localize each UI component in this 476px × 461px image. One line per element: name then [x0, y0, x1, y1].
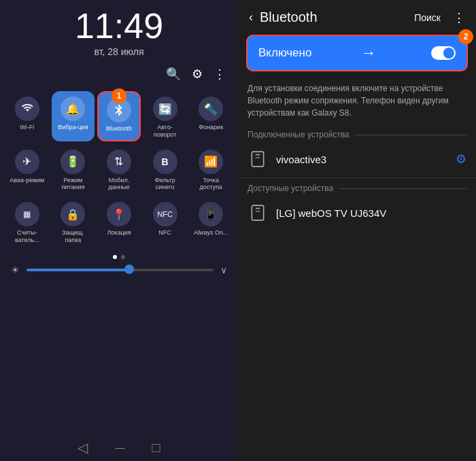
available-section-label: Доступные устройства: [248, 184, 333, 193]
brightness-control[interactable]: ☀ ∨: [0, 262, 238, 278]
bluefilter-tile-icon: B: [153, 150, 177, 174]
tile-battery[interactable]: 🔋 Режим питания: [52, 144, 95, 194]
tile-mobiledata[interactable]: ⇅ Мобил. данные: [97, 144, 141, 194]
quick-tiles-grid: Wi-Fi 🔔 Вибра-ция 1 Bluetooth 🔄 Авто-пов…: [0, 88, 238, 250]
toggle-label: Включено: [258, 46, 311, 60]
connected-section-header: Подключенные устройства: [238, 126, 476, 142]
nfc-tile-label: NFC: [158, 229, 171, 237]
brightness-track[interactable]: [27, 269, 214, 271]
tile-flashlight[interactable]: 🔦 Фонарик: [189, 91, 233, 141]
mobiledata-tile-icon: ⇅: [107, 150, 131, 174]
device-name-vivoactive: vivoactive3: [276, 154, 447, 165]
toggle-arrow-icon: →: [361, 44, 376, 62]
brightness-icon: ☀: [11, 264, 20, 275]
tile-airplane[interactable]: ✈ Авиа-режим: [5, 144, 49, 194]
top-icons-bar: 🔍 ⚙ ⋮: [0, 64, 238, 84]
tile-bluefilter[interactable]: B Фильтр синего: [143, 144, 187, 194]
qr-tile-icon: ▦: [15, 202, 39, 226]
hotspot-tile-label: Точка доступа: [192, 177, 230, 192]
bluetooth-title: Bluetooth: [260, 10, 407, 25]
nfc-tile-icon: NFC: [153, 202, 177, 226]
svg-rect-0: [252, 152, 263, 167]
tile-securefolder[interactable]: 🔒 Защищ. папка: [52, 197, 95, 247]
more-icon[interactable]: ⋮: [214, 67, 226, 82]
hotspot-tile-icon: 📶: [199, 150, 223, 174]
flashlight-tile-icon: 🔦: [199, 97, 223, 121]
back-nav-button[interactable]: ◁: [78, 439, 88, 456]
available-section-line: [339, 188, 466, 189]
tile-hotspot[interactable]: 📶 Точка доступа: [189, 144, 233, 194]
securefolder-tile-icon: 🔒: [61, 202, 85, 226]
device-icon-lgtv: [248, 203, 268, 223]
bluetooth-description: Для установки соединения включите на уст…: [238, 77, 476, 126]
badge-1: 1: [112, 88, 126, 103]
more-options-button[interactable]: ⋮: [453, 10, 465, 25]
home-nav-button[interactable]: —: [115, 442, 124, 453]
tile-vibration[interactable]: 🔔 Вибра-ция: [52, 91, 95, 141]
badge-2: 2: [458, 29, 473, 44]
device-name-lgtv: [LG] webOS TV UJ634V: [276, 207, 466, 219]
battery-tile-icon: 🔋: [61, 150, 85, 174]
wifi-tile-icon: [15, 97, 39, 121]
device-settings-icon[interactable]: ⚙: [456, 152, 466, 167]
left-panel: 11:49 вт, 28 июля 🔍 ⚙ ⋮ Wi-Fi 🔔 Вибра-ци…: [0, 0, 238, 461]
tile-qr[interactable]: ▦ Считы-ватель...: [5, 197, 49, 247]
section-divider: [238, 177, 476, 178]
vibration-tile-label: Вибра-ция: [58, 124, 88, 131]
bluetooth-toggle-switch[interactable]: [431, 46, 456, 60]
vibration-tile-icon: 🔔: [61, 97, 85, 121]
airplane-tile-label: Авиа-режим: [10, 177, 44, 184]
tile-alwayson[interactable]: 📱 Always On...: [189, 197, 233, 247]
bluefilter-tile-label: Фильтр синего: [146, 177, 184, 192]
device-row-lgtv[interactable]: [LG] webOS TV UJ634V: [238, 196, 476, 230]
tile-location[interactable]: 📍 Локация: [97, 197, 141, 247]
connected-section-line: [355, 135, 466, 135]
search-button[interactable]: Поиск: [414, 12, 441, 23]
settings-icon[interactable]: ⚙: [192, 67, 203, 82]
brightness-chevron-icon[interactable]: ∨: [220, 264, 227, 275]
back-button[interactable]: ‹: [249, 10, 253, 24]
toggle-knob: [443, 48, 454, 58]
svg-rect-3: [252, 205, 263, 220]
mobiledata-tile-label: Мобил. данные: [100, 177, 138, 192]
bluetooth-tile-label: Bluetooth: [106, 125, 132, 133]
autorotate-tile-icon: 🔄: [153, 97, 177, 121]
autorotate-tile-label: Авто-поворот: [146, 124, 184, 139]
page-indicator: [0, 255, 238, 259]
qr-tile-label: Считы-ватель...: [8, 229, 46, 244]
search-icon[interactable]: 🔍: [166, 67, 181, 82]
device-icon-vivoactive: [248, 149, 268, 169]
bluetooth-toggle-row[interactable]: Включено → 2: [246, 35, 468, 71]
bluetooth-header: ‹ Bluetooth Поиск ⋮: [238, 0, 476, 32]
nav-bar: ◁ — □: [0, 434, 238, 461]
tile-nfc[interactable]: NFC NFC: [143, 197, 187, 247]
wifi-tile-label: Wi-Fi: [20, 124, 34, 131]
airplane-tile-icon: ✈: [15, 150, 39, 174]
brightness-fill: [27, 269, 129, 271]
device-row-vivoactive[interactable]: vivoactive3 ⚙: [238, 142, 476, 176]
tile-wifi[interactable]: Wi-Fi: [5, 91, 49, 141]
alwayson-tile-label: Always On...: [194, 229, 228, 237]
connected-section-label: Подключенные устройства: [248, 130, 350, 139]
right-panel: ‹ Bluetooth Поиск ⋮ Включено → 2 Для уст…: [238, 0, 476, 461]
tile-autorotate[interactable]: 🔄 Авто-поворот: [143, 91, 187, 141]
dot-2: [121, 255, 125, 259]
tile-bluetooth[interactable]: 1 Bluetooth: [97, 91, 141, 141]
alwayson-tile-icon: 📱: [199, 202, 223, 226]
brightness-thumb[interactable]: [124, 264, 134, 274]
status-bar: 11:49: [0, 0, 238, 46]
recents-nav-button[interactable]: □: [152, 440, 160, 456]
dot-1: [113, 255, 117, 259]
available-section-header: Доступные устройства: [238, 180, 476, 196]
flashlight-tile-label: Фонарик: [199, 124, 223, 131]
securefolder-tile-label: Защищ. папка: [54, 229, 92, 244]
date-display: вт, 28 июля: [0, 46, 238, 57]
location-tile-label: Локация: [107, 229, 131, 237]
location-tile-icon: 📍: [107, 202, 131, 226]
battery-tile-label: Режим питания: [54, 177, 92, 192]
time-display: 11:49: [75, 8, 163, 44]
